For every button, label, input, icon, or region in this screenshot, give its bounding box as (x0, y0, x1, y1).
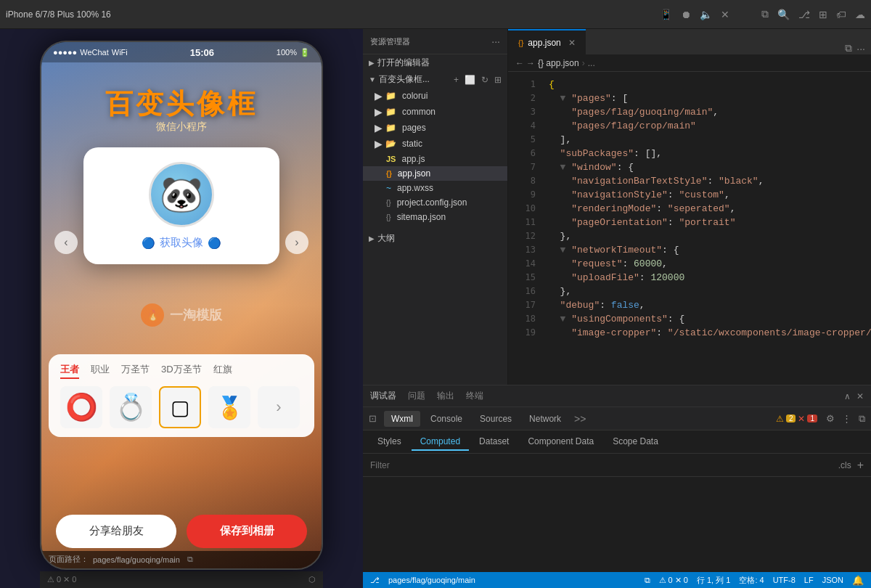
devtools-tab-terminal[interactable]: 终端 (466, 390, 483, 402)
search-icon[interactable]: 🔍 (777, 9, 790, 20)
nav-arrow-right[interactable]: › (285, 231, 308, 254)
devtools-subtab-dataset[interactable]: Dataset (470, 433, 518, 451)
devtools-settings-icon[interactable]: ⚙ (826, 413, 835, 424)
cloud-icon[interactable]: ☁ (855, 9, 865, 20)
wechat-label: WeChat (80, 48, 109, 57)
file-projectconfig[interactable]: {} project.config.json (363, 195, 507, 210)
file-appjs[interactable]: JS app.js (363, 152, 507, 166)
filter-input[interactable] (370, 460, 833, 470)
tag-icon[interactable]: 🏷 (836, 9, 846, 20)
file-sitemap[interactable]: {} sitemap.json (363, 210, 507, 224)
devtools-panel-tab-wxml[interactable]: Wxml (384, 411, 420, 427)
folder-static-icon: ▶ (375, 138, 383, 150)
status-path: pages/flag/guoqing/main (388, 576, 636, 584)
copy-path-icon[interactable]: ⧉ (187, 555, 193, 564)
devtools-detach-icon[interactable]: ⧉ (859, 413, 865, 425)
code-line-8: "navigationBarTextStyle": "black", (543, 174, 871, 188)
devtools-tab-output[interactable]: 输出 (437, 390, 454, 402)
close-icon[interactable]: ✕ (721, 9, 729, 20)
phone-content: 百变头像框 微信小程序 🐼 🔵 获取头像 🔵 ‹ › (41, 42, 322, 568)
folder-static-label: static (402, 139, 502, 149)
err-icon: ✕ (798, 414, 805, 424)
avatar-icon-right: 🔵 (208, 237, 221, 250)
split-editor-icon[interactable]: ⧉ (845, 42, 852, 54)
devtools-subtab-component-data[interactable]: Component Data (519, 433, 602, 451)
collapse-icon[interactable]: ⊞ (494, 75, 502, 85)
devtools-subtab-computed[interactable]: Computed (412, 433, 469, 451)
frame-item-2[interactable]: 💍 (110, 386, 152, 428)
devtools-panel-tab-sources[interactable]: Sources (473, 411, 519, 427)
speaker-icon[interactable]: 🔈 (700, 9, 712, 20)
file-appjson[interactable]: {} app.json (363, 166, 507, 181)
editor-tab-close[interactable]: ✕ (568, 38, 576, 48)
phone-icon[interactable]: 📱 (660, 9, 672, 20)
frame-tab-hongqi[interactable]: 红旗 (213, 363, 232, 379)
editor-content[interactable]: 12345 678910 1112131415 16171819 { ▼ "pa… (508, 72, 871, 385)
devtools-subtab-styles[interactable]: Styles (369, 433, 410, 451)
folder-static[interactable]: ▶ 📂 static (363, 136, 507, 152)
record-icon[interactable]: ⏺ (681, 9, 691, 20)
devtools-collapse-icon[interactable]: ∧ (844, 391, 851, 401)
devtools-inspect-icon[interactable]: ⊡ (369, 413, 377, 424)
code-line-1: { (543, 78, 871, 91)
nav-arrow-left[interactable]: ‹ (54, 231, 78, 254)
devtools-kebab-icon[interactable]: ⋮ (842, 413, 851, 424)
status-notification-icon[interactable]: 🔔 (852, 575, 864, 586)
editor-tab-appjson[interactable]: {} app.json ✕ (508, 29, 586, 54)
frame-tab-3d[interactable]: 3D万圣节 (161, 363, 202, 379)
avatar-card: 🐼 🔵 获取头像 🔵 (83, 147, 279, 264)
devtools-panel-tab-network[interactable]: Network (522, 411, 568, 427)
project-section[interactable]: ▼ 百变头像框... + ⬜ ↻ ⊞ (363, 71, 507, 88)
devtools-subtab-scope-data[interactable]: Scope Data (604, 433, 667, 451)
explorer-more-icon[interactable]: ··· (491, 36, 500, 47)
watermark: 🔥 一淘模版 (141, 303, 222, 327)
code-line-9: "navigationStyle": "custom", (543, 188, 871, 202)
devtools-more-tabs-icon[interactable]: >> (574, 413, 586, 425)
breadcrumb-forward[interactable]: → (526, 58, 535, 68)
frame-item-1[interactable]: ⭕ (60, 386, 102, 428)
folder-common-icon: ▶ (375, 106, 383, 118)
devtools-tab-issues[interactable]: 问题 (408, 390, 425, 402)
status-format: JSON (822, 576, 843, 584)
status-left: ●●●●● WeChat WiFi (53, 48, 128, 57)
devtools-content-area (363, 477, 871, 572)
folder-colorui[interactable]: ▶ 📁 colorui (363, 88, 507, 104)
frame-tab-zhiye[interactable]: 职业 (91, 363, 110, 379)
frame-tab-wangzhe[interactable]: 王者 (60, 363, 79, 379)
status-spaces: 空格: 4 (739, 575, 764, 586)
folder-colorui-folder-icon: 📁 (385, 91, 396, 101)
branch-icon[interactable]: ⎇ (798, 9, 810, 20)
frame-item-4[interactable]: 🏅 (208, 386, 250, 428)
share-button[interactable]: 分享给朋友 (56, 515, 176, 548)
battery-label: 100% (277, 48, 297, 57)
copy-icon[interactable]: ⧉ (761, 8, 769, 20)
breadcrumb-back[interactable]: ← (515, 58, 524, 68)
new-folder-icon[interactable]: ⬜ (465, 75, 475, 85)
folder-pages[interactable]: ▶ 📁 pages (363, 120, 507, 136)
file-appwxss[interactable]: ~ app.wxss (363, 181, 507, 195)
add-style-icon[interactable]: + (857, 459, 864, 472)
phone-frame: ●●●●● WeChat WiFi 15:06 100% 🔋 百变头像框 微信小… (40, 41, 323, 570)
devtools-tab-debugger[interactable]: 调试器 (370, 390, 396, 402)
frame-tab-wansheng[interactable]: 万圣节 (121, 363, 150, 379)
phone-title: 百变头像框 (105, 86, 258, 123)
folder-static-folder-icon: 📂 (385, 139, 396, 149)
status-errors: ⚠ 0 ✕ 0 (659, 576, 688, 585)
devtools-panel-tab-console[interactable]: Console (423, 411, 470, 427)
code-editor[interactable]: { ▼ "pages": [ "pages/flag/guoqing/main"… (543, 72, 871, 385)
new-file-icon[interactable]: + (454, 75, 459, 85)
open-editors-section[interactable]: ▶ 打开的编辑器 (363, 54, 507, 71)
frame-item-more[interactable]: › (258, 386, 300, 428)
devtools-close-icon[interactable]: ✕ (856, 391, 864, 401)
refresh-icon[interactable]: ↻ (481, 75, 488, 85)
file-sitemap-icon: {} (386, 213, 391, 221)
expand-section[interactable]: ▶ 大纲 (363, 230, 507, 247)
get-avatar-button[interactable]: 🔵 获取头像 🔵 (142, 236, 221, 250)
status-copy-icon[interactable]: ⧉ (645, 576, 650, 585)
save-to-album-button[interactable]: 保存到相册 (187, 515, 307, 548)
folder-common[interactable]: ▶ 📁 common (363, 104, 507, 120)
grid-icon[interactable]: ⊞ (819, 9, 827, 20)
more-editor-icon[interactable]: ··· (856, 43, 865, 54)
bottom-expand-icon[interactable]: ⬡ (308, 575, 316, 584)
frame-item-3[interactable]: ▢ (159, 386, 201, 428)
